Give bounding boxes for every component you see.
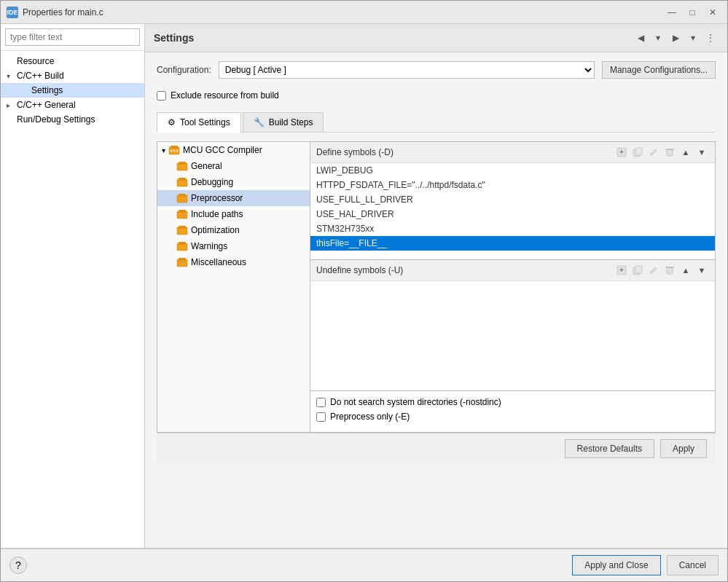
symbol-item-thisfile[interactable]: thisFile=__FILE__ bbox=[310, 236, 715, 251]
copy-icon bbox=[633, 147, 643, 157]
exclude-checkbox[interactable] bbox=[157, 91, 166, 101]
apply-button[interactable]: Apply bbox=[660, 439, 707, 458]
sidebar: Resource ▾ C/C++ Build Settings ▸ C/C++ … bbox=[1, 24, 145, 548]
tab-icon-build-steps: 🔧 bbox=[254, 117, 265, 127]
footer: ? Apply and Close Cancel bbox=[1, 548, 727, 581]
symbol-item-lwip[interactable]: LWIP_DEBUG bbox=[310, 163, 715, 178]
minimize-button[interactable]: — bbox=[663, 5, 681, 20]
panel-header: Settings ◀ ▾ ▶ ▾ ⋮ bbox=[145, 24, 727, 52]
sidebar-item-cpp-build[interactable]: ▾ C/C++ Build bbox=[1, 68, 144, 83]
add-define-button[interactable]: + bbox=[614, 145, 629, 160]
right-panel: Settings ◀ ▾ ▶ ▾ ⋮ Configuration: Debug … bbox=[145, 24, 727, 548]
svg-rect-1 bbox=[171, 146, 178, 149]
symbol-item-httpd[interactable]: HTTPD_FSDATA_FILE="../../httpd/fsdata.c" bbox=[310, 178, 715, 192]
add-icon: + bbox=[617, 265, 627, 275]
delete-define-button[interactable] bbox=[662, 145, 677, 160]
forward-button[interactable]: ▶ bbox=[668, 30, 684, 46]
panel-title: Settings bbox=[154, 32, 194, 44]
edit-undef-button[interactable] bbox=[646, 263, 661, 278]
tree-node-general[interactable]: General bbox=[157, 158, 310, 174]
exclude-label: Exclude resource from build bbox=[171, 90, 279, 101]
tab-label-tool-settings: Tool Settings bbox=[180, 117, 230, 127]
delete-undef-button[interactable] bbox=[662, 263, 677, 278]
nostdinc-label: Do not search system directories (-nostd… bbox=[330, 397, 501, 407]
symbol-item-stm32[interactable]: STM32H735xx bbox=[310, 221, 715, 236]
help-button[interactable]: ? bbox=[9, 557, 27, 574]
close-button[interactable]: ✕ bbox=[704, 5, 721, 20]
define-symbols-list: LWIP_DEBUG HTTPD_FSDATA_FILE="../../http… bbox=[310, 163, 715, 259]
manage-configurations-button[interactable]: Manage Configurations... bbox=[602, 61, 716, 79]
nostdinc-checkbox[interactable] bbox=[316, 398, 326, 407]
sidebar-item-cpp-general[interactable]: ▸ C/C++ General bbox=[1, 98, 144, 112]
svg-point-4 bbox=[176, 150, 179, 152]
filter-input[interactable] bbox=[5, 28, 140, 46]
tab-build-steps[interactable]: 🔧 Build Steps bbox=[243, 112, 324, 132]
footer-right: Apply and Close Cancel bbox=[572, 555, 719, 575]
back-dropdown-button[interactable]: ▾ bbox=[650, 30, 666, 46]
back-button[interactable]: ◀ bbox=[633, 30, 649, 46]
undefine-symbols-body bbox=[310, 281, 715, 390]
sidebar-item-label: Run/Debug Settings bbox=[17, 114, 95, 125]
right-settings: Define symbols (-D) + bbox=[310, 142, 715, 432]
preprocessor-icon bbox=[176, 192, 188, 204]
config-select[interactable]: Debug [ Active ] bbox=[219, 61, 595, 79]
tree-node-label: Optimization bbox=[191, 225, 240, 235]
edit-icon bbox=[649, 265, 659, 275]
copy-icon bbox=[633, 265, 643, 275]
menu-button[interactable]: ⋮ bbox=[702, 30, 719, 46]
tree-node-include-paths[interactable]: Include paths bbox=[157, 206, 310, 222]
svg-point-3 bbox=[173, 150, 176, 152]
tree-node-preprocessor[interactable]: Preprocessor bbox=[157, 190, 310, 206]
config-row: Configuration: Debug [ Active ] Manage C… bbox=[157, 61, 716, 79]
mcu-gcc-icon bbox=[168, 144, 180, 156]
expand-icon: ▾ bbox=[162, 146, 165, 154]
expand-icon: ▾ bbox=[7, 72, 14, 80]
svg-rect-22 bbox=[635, 148, 642, 155]
tab-label-build-steps: Build Steps bbox=[269, 117, 313, 127]
svg-rect-29 bbox=[667, 267, 673, 274]
tree-node-label: MCU GCC Compiler bbox=[183, 145, 262, 155]
move-down-undef-button[interactable]: ▼ bbox=[694, 263, 709, 278]
add-undef-button[interactable]: + bbox=[614, 263, 629, 278]
sidebar-item-run-debug[interactable]: Run/Debug Settings bbox=[1, 112, 144, 127]
debugging-icon bbox=[176, 176, 188, 188]
move-down-define-button[interactable]: ▼ bbox=[694, 145, 709, 160]
preprocess-only-checkbox[interactable] bbox=[316, 412, 326, 422]
tree-node-debugging[interactable]: Debugging bbox=[157, 174, 310, 190]
maximize-button[interactable]: □ bbox=[684, 5, 701, 20]
define-symbols-title: Define symbols (-D) bbox=[316, 147, 394, 157]
titlebar: IDE Properties for main.c — □ ✕ bbox=[1, 1, 727, 24]
copy-define-button[interactable] bbox=[630, 145, 645, 160]
sidebar-item-settings[interactable]: Settings bbox=[1, 83, 144, 98]
tree-node-mcu-gcc[interactable]: ▾ MCU GCC Compiler bbox=[157, 142, 310, 158]
titlebar-controls: — □ ✕ bbox=[663, 5, 721, 20]
tree-node-label: Preprocessor bbox=[191, 193, 243, 203]
tree-node-miscellaneous[interactable]: Miscellaneous bbox=[157, 254, 310, 270]
settings-area: ▾ MCU GCC Compiler bbox=[157, 141, 716, 433]
restore-defaults-button[interactable]: Restore Defaults bbox=[565, 439, 654, 458]
move-up-define-button[interactable]: ▲ bbox=[678, 145, 693, 160]
tree-node-optimization[interactable]: Optimization bbox=[157, 222, 310, 238]
move-up-undef-button[interactable]: ▲ bbox=[678, 263, 693, 278]
tree-node-label: Warnings bbox=[191, 241, 227, 251]
main-window: IDE Properties for main.c — □ ✕ Resource… bbox=[0, 0, 728, 582]
edit-define-button[interactable] bbox=[646, 145, 661, 160]
config-label: Configuration: bbox=[157, 65, 211, 75]
define-symbols-toolbar: + bbox=[614, 145, 709, 160]
undefine-symbols-section: Undefine symbols (-U) + bbox=[310, 260, 715, 391]
tab-tool-settings[interactable]: ⚙ Tool Settings bbox=[157, 112, 241, 133]
sidebar-item-label: Resource bbox=[17, 56, 54, 66]
copy-undef-button[interactable] bbox=[630, 263, 645, 278]
sidebar-item-resource[interactable]: Resource bbox=[1, 54, 144, 68]
general-icon bbox=[176, 160, 188, 172]
forward-dropdown-button[interactable]: ▾ bbox=[685, 30, 701, 46]
main-content: Resource ▾ C/C++ Build Settings ▸ C/C++ … bbox=[1, 24, 727, 548]
sidebar-tree: Resource ▾ C/C++ Build Settings ▸ C/C++ … bbox=[1, 51, 144, 548]
svg-point-2 bbox=[171, 150, 173, 152]
cancel-button[interactable]: Cancel bbox=[667, 555, 719, 575]
tree-node-warnings[interactable]: Warnings bbox=[157, 238, 310, 254]
apply-and-close-button[interactable]: Apply and Close bbox=[572, 555, 660, 575]
sidebar-item-label: Settings bbox=[31, 85, 63, 95]
symbol-item-full-ll[interactable]: USE_FULL_LL_DRIVER bbox=[310, 192, 715, 207]
symbol-item-hal[interactable]: USE_HAL_DRIVER bbox=[310, 207, 715, 221]
